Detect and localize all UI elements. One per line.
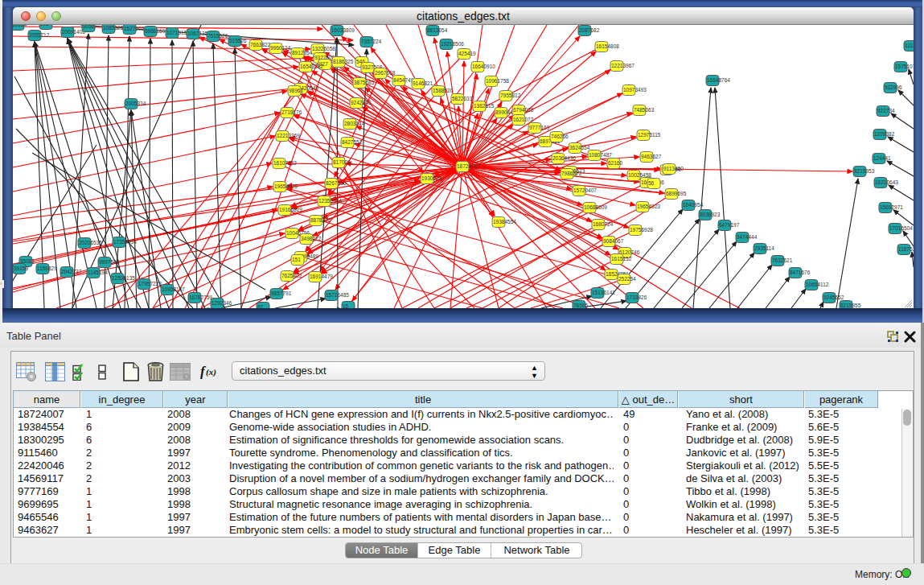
- svg-text:7986372: 7986372: [561, 171, 582, 176]
- svg-text:1209382: 1209382: [874, 131, 895, 137]
- svg-text:817006: 817006: [333, 159, 351, 165]
- svg-text:12505135: 12505135: [112, 275, 135, 281]
- svg-text:15: 15: [343, 303, 349, 308]
- svg-text:10807487: 10807487: [589, 152, 612, 158]
- svg-text:7632621: 7632621: [772, 257, 793, 263]
- svg-text:19218506: 19218506: [441, 41, 464, 47]
- svg-text:1145194: 1145194: [88, 270, 108, 275]
- svg-text:8186325: 8186325: [333, 59, 354, 64]
- svg-text:9242848: 9242848: [351, 100, 372, 105]
- svg-text:20364436: 20364436: [552, 155, 576, 161]
- svg-text:15136141: 15136141: [592, 290, 615, 295]
- svg-text:15692971: 15692971: [880, 204, 903, 210]
- svg-text:8427552: 8427552: [342, 139, 363, 145]
- svg-text:10654112: 10654112: [806, 282, 829, 287]
- svg-text:1527602: 1527602: [124, 26, 145, 31]
- svg-text:6966160: 6966160: [145, 28, 166, 34]
- svg-text:19166829: 19166829: [279, 207, 302, 212]
- svg-text:8938923: 8938923: [700, 212, 721, 217]
- svg-text:19756928: 19756928: [630, 227, 653, 233]
- svg-text:20206535: 20206535: [79, 240, 102, 245]
- svg-text:932996: 932996: [885, 84, 902, 90]
- svg-text:2005334: 2005334: [125, 101, 146, 106]
- svg-text:7515526: 7515526: [207, 33, 228, 39]
- svg-text:16543382: 16543382: [300, 64, 323, 69]
- svg-text:8215955: 8215955: [840, 303, 861, 308]
- svg-text:515526: 515526: [229, 38, 247, 43]
- svg-text:425419: 425419: [458, 51, 476, 56]
- svg-text:18724007: 18724007: [457, 163, 480, 169]
- svg-text:9245652: 9245652: [823, 295, 844, 300]
- svg-text:9997585: 9997585: [99, 259, 120, 265]
- svg-text:9857791: 9857791: [271, 290, 292, 296]
- svg-text:15716485: 15716485: [326, 292, 349, 298]
- svg-text:7663822: 7663822: [250, 42, 271, 47]
- svg-text:1733426: 1733426: [626, 295, 647, 300]
- svg-text:97: 97: [257, 304, 264, 308]
- svg-text:7625402: 7625402: [281, 273, 302, 278]
- svg-text:7955812: 7955812: [500, 93, 521, 98]
- svg-text:746266: 746266: [551, 134, 569, 139]
- svg-text:9474444: 9474444: [737, 234, 758, 240]
- svg-text:1930025: 1930025: [421, 175, 442, 181]
- svg-text:12353594: 12353594: [318, 198, 342, 204]
- svg-text:2803144: 2803144: [344, 121, 365, 126]
- svg-text:8471676: 8471676: [790, 270, 811, 275]
- svg-text:62160: 62160: [608, 160, 622, 166]
- svg-text:8454749: 8454749: [393, 77, 414, 83]
- svg-text:17016504: 17016504: [889, 225, 913, 231]
- svg-text:5822033: 5822033: [452, 96, 473, 101]
- svg-text:8215953: 8215953: [854, 168, 875, 174]
- svg-text:9113460: 9113460: [663, 166, 684, 171]
- svg-text:1112: 1112: [905, 43, 914, 48]
- svg-text:12975115: 12975115: [638, 132, 661, 138]
- svg-text:78565: 78565: [573, 303, 588, 308]
- svg-text:1156829: 1156829: [37, 266, 57, 271]
- svg-text:2055712: 2055712: [29, 32, 50, 38]
- svg-text:1362615: 1362615: [474, 103, 495, 109]
- svg-text:(x): (x): [206, 367, 216, 377]
- svg-text:10025458: 10025458: [628, 172, 651, 178]
- svg-text:16782759: 16782759: [189, 295, 212, 300]
- svg-text:1588520: 1588520: [433, 88, 454, 93]
- svg-text:1292346: 1292346: [211, 300, 232, 306]
- svg-text:2967608: 2967608: [375, 70, 396, 76]
- svg-text:124441: 124441: [873, 155, 891, 161]
- svg-text:56: 56: [648, 180, 655, 186]
- svg-text:16210643: 16210643: [875, 179, 898, 185]
- svg-text:9960124: 9960124: [270, 45, 291, 51]
- svg-text:98961: 98961: [289, 88, 303, 93]
- svg-text:2087682: 2087682: [579, 27, 600, 33]
- svg-text:19654923: 19654923: [637, 204, 660, 209]
- svg-text:8813054: 8813054: [427, 27, 448, 33]
- svg-text:35081: 35081: [20, 258, 35, 264]
- svg-text:2935114: 2935114: [754, 245, 774, 251]
- svg-text:9777169: 9777169: [529, 125, 550, 130]
- svg-text:7485063: 7485063: [634, 107, 655, 113]
- svg-text:15751074: 15751074: [895, 64, 914, 69]
- svg-text:12213369: 12213369: [277, 133, 300, 138]
- svg-text:7357224: 7357224: [361, 39, 382, 44]
- svg-text:39159: 39159: [14, 266, 28, 271]
- svg-text:116753: 116753: [898, 246, 914, 252]
- svg-text:13226058: 13226058: [312, 46, 335, 51]
- svg-text:10688609: 10688609: [584, 204, 607, 210]
- svg-text:1615152: 1615152: [611, 256, 632, 262]
- svg-text:6899695: 6899695: [666, 191, 687, 196]
- svg-text:16648764: 16648764: [707, 77, 730, 83]
- svg-text:16107552: 16107552: [273, 160, 297, 166]
- svg-text:922734: 922734: [877, 108, 895, 113]
- svg-text:1680724: 1680724: [593, 221, 614, 227]
- svg-text:16033809: 16033809: [331, 27, 355, 33]
- svg-text:3875685: 3875685: [354, 80, 375, 85]
- svg-text:1621072: 1621072: [513, 117, 534, 122]
- svg-text:3498222: 3498222: [301, 236, 322, 241]
- svg-text:505: 505: [40, 25, 49, 27]
- svg-text:10958107: 10958107: [162, 286, 185, 292]
- svg-text:2718176: 2718176: [281, 109, 302, 115]
- svg-text:19384554: 19384554: [493, 219, 516, 225]
- svg-text:17957223: 17957223: [138, 281, 162, 286]
- svg-text:8878332: 8878332: [310, 217, 331, 223]
- svg-text:6794028: 6794028: [513, 107, 534, 113]
- svg-text:8912954: 8912954: [292, 50, 313, 56]
